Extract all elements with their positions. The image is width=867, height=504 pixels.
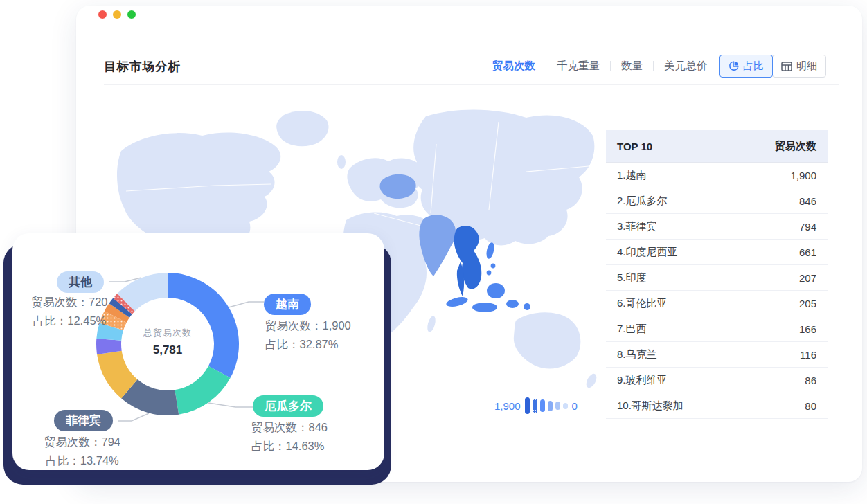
map-country-philippines[interactable] bbox=[485, 242, 496, 275]
table-cell-value: 166 bbox=[713, 323, 828, 335]
legend-min-value: 0 bbox=[572, 400, 578, 412]
window-controls bbox=[98, 10, 136, 19]
table-header-metric: 贸易次数 bbox=[713, 140, 828, 153]
callout-pill-philippines: 菲律宾 bbox=[54, 410, 113, 431]
tab-separator bbox=[610, 61, 611, 71]
callout-text-ecuador: 贸易次数：846 占比：14.63% bbox=[251, 418, 328, 456]
legend-pill bbox=[540, 399, 545, 412]
table-cell-value: 205 bbox=[713, 298, 828, 309]
top10-table: TOP 10 贸易次数 1.越南1,9002.厄瓜多尔8463.菲律宾7944.… bbox=[606, 130, 828, 419]
metric-tabbar: 贸易次数 千克重量 数量 美元总价 占比 明细 bbox=[492, 55, 826, 78]
table-cell-country: 6.哥伦比亚 bbox=[606, 291, 713, 316]
table-icon bbox=[781, 62, 792, 71]
table-cell-country: 2.厄瓜多尔 bbox=[606, 188, 713, 213]
table-row[interactable]: 6.哥伦比亚205 bbox=[606, 291, 828, 316]
callout-text-others: 贸易次数：720 占比：12.45% bbox=[12, 293, 127, 330]
ratio-view-button[interactable]: 占比 bbox=[719, 55, 773, 78]
table-cell-value: 207 bbox=[713, 272, 828, 284]
callout-pill-ecuador: 厄瓜多尔 bbox=[253, 395, 323, 417]
legend-pill bbox=[555, 402, 560, 410]
table-row[interactable]: 8.乌克兰116 bbox=[606, 342, 828, 368]
callout-text-vietnam: 贸易次数：1,900 占比：32.87% bbox=[265, 316, 351, 354]
pie-chart-icon bbox=[729, 61, 739, 71]
tab-kg-weight[interactable]: 千克重量 bbox=[557, 59, 600, 73]
table-row[interactable]: 3.菲律宾794 bbox=[606, 214, 828, 240]
table-row[interactable]: 10.哥斯达黎加80 bbox=[606, 393, 828, 419]
map-country-indonesia[interactable] bbox=[445, 283, 530, 312]
table-cell-value: 116 bbox=[713, 349, 828, 361]
table-cell-country: 5.印度 bbox=[606, 265, 713, 290]
legend-max-value: 1,900 bbox=[494, 400, 521, 412]
table-cell-value: 1,900 bbox=[713, 170, 828, 181]
table-cell-country: 7.巴西 bbox=[606, 316, 713, 341]
legend-pill bbox=[563, 403, 568, 409]
table-header-rank: TOP 10 bbox=[606, 130, 713, 162]
legend-scale-pills bbox=[525, 397, 568, 414]
legend-pill bbox=[533, 399, 537, 413]
table-body: 1.越南1,9002.厄瓜多尔8463.菲律宾7944.印度尼西亚6615.印度… bbox=[606, 163, 828, 419]
callout-text-philippines: 贸易次数：794 占比：13.74% bbox=[17, 433, 148, 470]
table-row[interactable]: 4.印度尼西亚661 bbox=[606, 240, 828, 265]
detail-view-button[interactable]: 明细 bbox=[772, 55, 826, 78]
table-cell-country: 4.印度尼西亚 bbox=[606, 240, 713, 264]
tab-separator bbox=[653, 61, 654, 71]
table-cell-value: 86 bbox=[713, 375, 828, 386]
table-cell-value: 794 bbox=[713, 221, 828, 233]
table-row[interactable]: 9.玻利维亚86 bbox=[606, 368, 828, 393]
table-cell-value: 846 bbox=[713, 195, 828, 207]
table-row[interactable]: 2.厄瓜多尔846 bbox=[606, 188, 828, 214]
minimize-window-icon[interactable] bbox=[113, 10, 121, 19]
total-value: 5,781 bbox=[112, 343, 223, 357]
tab-trade-count[interactable]: 贸易次数 bbox=[492, 59, 535, 73]
table-cell-country: 10.哥斯达黎加 bbox=[606, 393, 713, 418]
callout-pill-others: 其他 bbox=[57, 271, 104, 293]
donut-chart-card: 总贸易次数 5,781 越南 贸易次数：1,900 占比：32.87% 厄瓜多尔… bbox=[12, 233, 384, 470]
donut-center-label: 总贸易次数 5,781 bbox=[112, 327, 223, 357]
close-window-icon[interactable] bbox=[98, 10, 107, 19]
header-divider bbox=[104, 84, 839, 85]
table-cell-value: 80 bbox=[713, 400, 828, 412]
table-cell-country: 8.乌克兰 bbox=[606, 342, 713, 367]
tab-quantity[interactable]: 数量 bbox=[621, 59, 643, 73]
tab-separator bbox=[546, 61, 546, 71]
table-cell-country: 3.菲律宾 bbox=[606, 214, 713, 239]
table-cell-country: 1.越南 bbox=[606, 163, 713, 188]
donut-slice-越南[interactable] bbox=[168, 273, 239, 378]
table-header-row: TOP 10 贸易次数 bbox=[606, 130, 828, 163]
legend-pill bbox=[525, 397, 530, 414]
legend-pill bbox=[548, 401, 553, 411]
map-color-legend: 1,900 0 bbox=[494, 397, 578, 414]
table-cell-country: 9.玻利维亚 bbox=[606, 368, 713, 393]
table-cell-value: 661 bbox=[713, 246, 828, 258]
callout-pill-vietnam: 越南 bbox=[264, 294, 311, 315]
page-title: 目标市场分析 bbox=[104, 58, 181, 75]
total-label: 总贸易次数 bbox=[112, 327, 223, 339]
table-row[interactable]: 7.巴西166 bbox=[606, 316, 828, 342]
tab-usd-total[interactable]: 美元总价 bbox=[664, 59, 707, 73]
maximize-window-icon[interactable] bbox=[127, 10, 136, 19]
table-row[interactable]: 1.越南1,900 bbox=[606, 163, 828, 188]
table-row[interactable]: 5.印度207 bbox=[606, 265, 828, 291]
